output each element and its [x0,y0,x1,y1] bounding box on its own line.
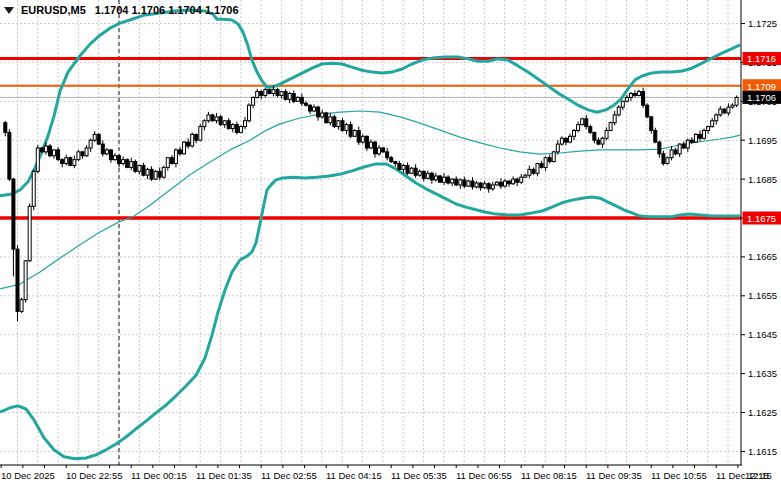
chevron-down-icon[interactable] [4,7,14,14]
candle-body [434,176,437,180]
candle-body [118,156,121,164]
candle-body [398,164,401,170]
candle [199,124,202,142]
candle-body [12,179,15,249]
candle-body [369,142,372,148]
candle-body [516,179,519,182]
candle [32,170,35,210]
candle-body [32,171,35,206]
candle [16,245,19,321]
current-bar-ohlc-label: 1.1704 1.1706 1.1704 1.1706 [95,4,239,16]
price-badge-1.1709[interactable]: 1.1709 [743,79,781,92]
candle-body [24,261,27,300]
candle-body [499,182,502,186]
candle-body [248,105,251,121]
candle-body [629,94,632,98]
candle-body [73,160,76,166]
candle-body [674,150,677,154]
candle-body [406,165,409,173]
price-tick-label: 1.1615 [748,446,777,457]
chart-canvas[interactable]: 1.17251.17151.17051.16951.16851.16751.16… [0,0,781,489]
candle-body [349,125,352,137]
candle-body [333,117,336,127]
candle-body [540,164,543,168]
candle-body [487,184,490,189]
candle-body [207,115,210,121]
candle-body [353,130,356,136]
candle-body [337,121,340,127]
candle-body [260,92,263,96]
candle-body [40,148,43,152]
candle-body [16,249,19,311]
candle-body [239,127,242,133]
candle [77,150,80,161]
candle-body [317,107,320,117]
price-badge-label: 1.1716 [747,53,776,64]
candle-body [130,162,133,168]
candle-body [162,167,165,177]
candle-body [292,94,295,102]
candle-body [4,123,7,133]
time-tick-label: 11 Dec 00:15 [131,470,187,481]
candle-body [658,142,661,154]
candle [552,151,555,163]
candle-body [410,168,413,173]
candle-body [365,136,368,148]
candle [211,114,214,122]
candle-body [564,138,567,142]
candle-body [142,165,145,175]
candle [24,260,27,303]
price-badge-1.1706[interactable]: 1.1706 [743,91,781,104]
candle-body [633,94,636,96]
candle-body [44,146,47,152]
candle-body [430,173,433,180]
candle [467,180,470,187]
time-tick-label: 11 Dec 01:35 [196,470,252,481]
price-badge-label: 1.1675 [747,213,776,224]
candle-body [89,140,92,148]
candle-body [455,179,458,185]
candle-body [276,90,279,96]
candle [126,158,129,168]
candle-body [187,142,190,146]
time-tick-label: 11 Dec 02:55 [261,470,317,481]
candle-body [20,300,23,312]
price-badge-1.1716[interactable]: 1.1716 [743,52,781,65]
candle-body [280,92,283,96]
candle-body [386,152,389,158]
candle-body [666,158,669,164]
candle-body [308,105,311,111]
candle-body [382,148,385,152]
candle [20,298,23,313]
candle-body [235,125,238,133]
candle [325,112,328,124]
candle-body [345,125,348,131]
candle-body [613,115,616,123]
candle [40,147,43,153]
candle-body [638,92,641,96]
candle-body [321,113,324,117]
price-badge-1.1675[interactable]: 1.1675 [743,212,781,225]
candle-body [483,184,486,188]
candle-body [313,107,316,111]
price-tick-label: 1.1635 [748,368,777,379]
time-tick-label: 11 Dec 05:35 [391,470,447,481]
candle [703,129,706,140]
symbol-period-label: EURUSD,M5 [21,4,86,16]
candle-body [597,140,600,144]
candle-body [134,162,137,172]
candle [191,132,194,147]
price-tick-label: 1.1725 [748,18,777,29]
candle [438,175,441,183]
candle-body [199,127,202,141]
candle-body [300,97,303,103]
candle-body [707,127,710,131]
candle-body [601,138,604,144]
candle-body [203,121,206,127]
candle-body [654,130,657,142]
candle-body [65,158,68,164]
chart-title: EURUSD,M5 1.1704 1.1706 1.1704 1.1706 [4,3,239,17]
candle [134,160,137,173]
candle [735,95,738,107]
time-tick-label: 11 Dec 10:55 [651,470,707,481]
